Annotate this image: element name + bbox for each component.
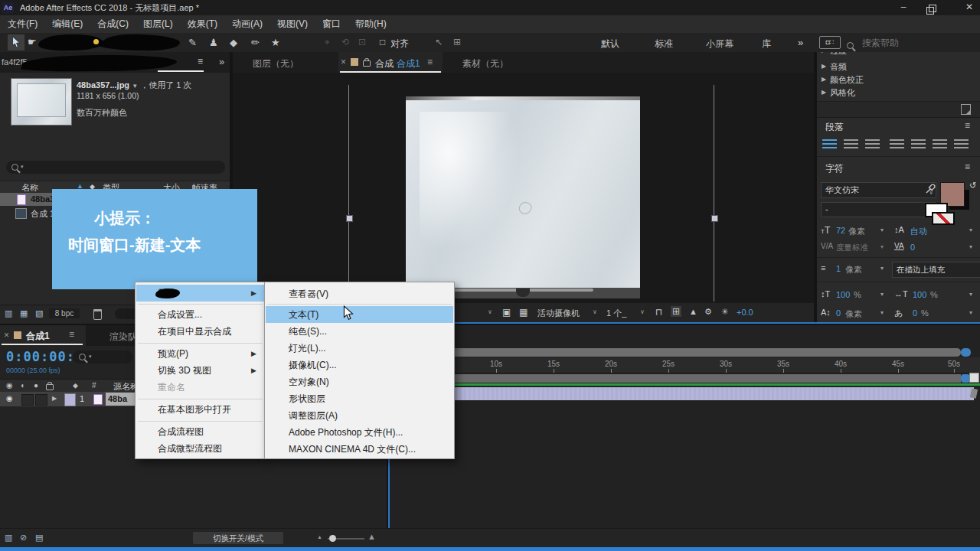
stroke-swatch-small[interactable] — [932, 212, 955, 225]
mask-expand-icon[interactable]: ⊞ — [453, 37, 461, 47]
horizontal-scale-value[interactable]: 100 — [913, 290, 926, 299]
toggle-switches-button[interactable]: 切换开关/模式 — [193, 532, 283, 544]
effects-cat-0[interactable]: 过渡 — [830, 52, 847, 57]
font-family-dropdown[interactable]: 华文仿宋∨ — [821, 182, 936, 198]
timeline-zoom-knob[interactable] — [329, 535, 336, 542]
project-search-field[interactable]: ▾ — [6, 161, 225, 174]
flowchart-icon[interactable]: ⚙ — [704, 307, 712, 317]
menu-edit[interactable]: 编辑(E) — [52, 18, 83, 31]
tab-composition[interactable]: × 合成 合成1 ≡ — [338, 52, 443, 73]
submenu-item-adjustment-layer[interactable]: 调整图层(A) — [266, 407, 453, 424]
effects-cat-3[interactable]: 风格化 — [830, 87, 855, 99]
tsume-caret[interactable]: ▾ — [969, 309, 972, 316]
font-size-caret[interactable]: ▾ — [880, 227, 884, 233]
submenu-item-cinema4d-file[interactable]: MAXON CINEMA 4D 文件(C)... — [266, 441, 453, 458]
menu-item-comp-flowchart[interactable]: 合成流程图 — [136, 423, 264, 440]
submenu-item-shape-layer[interactable]: 形状图层 — [266, 390, 453, 407]
workspace-libraries[interactable]: 库 — [762, 37, 771, 51]
camera-dropdown[interactable]: 活动摄像机 — [537, 308, 580, 319]
menu-file[interactable]: 文件(F) — [8, 18, 38, 31]
menu-composition[interactable]: 合成(C) — [97, 18, 129, 31]
layer-handle-right[interactable] — [711, 215, 718, 222]
zoom-in-mountain-icon[interactable]: ▲ — [368, 532, 376, 541]
exposure-value[interactable]: +0.0 — [737, 308, 753, 317]
menu-item-switch-3d-view[interactable]: 切换 3D 视图▶ — [136, 362, 264, 379]
frame-blending-icon[interactable]: ▥ — [5, 533, 12, 543]
clone-stamp-tool[interactable]: ♟ — [209, 37, 218, 48]
effects-cat-2[interactable]: 颜色校正 — [830, 74, 864, 86]
submenu-item-null-object[interactable]: 空对象(N) — [266, 373, 453, 390]
workspace-small-screen[interactable]: 小屏幕 — [706, 37, 733, 51]
close-button[interactable]: ✕ — [960, 2, 978, 14]
font-size-value[interactable]: 72 — [836, 226, 845, 235]
fill-rule-dropdown[interactable]: 在描边上填充∨ — [892, 262, 980, 278]
menu-item-reveal-in-project[interactable]: 在项目中显示合成 — [136, 323, 264, 340]
roto-brush-tool[interactable]: ✏ — [251, 37, 260, 48]
stroke-width-value[interactable]: 1 — [836, 264, 841, 273]
menu-item-preview[interactable]: 预览(P)▶ — [136, 345, 264, 362]
menu-window[interactable]: 窗口 — [322, 18, 341, 31]
tab-footage[interactable]: 素材（无） — [462, 57, 508, 70]
justify-all-button[interactable] — [954, 139, 969, 149]
transparency-grid-icon[interactable]: ▦ — [519, 307, 528, 318]
project-panel-menu-icon[interactable]: ≡ — [198, 56, 203, 67]
submenu-item-solid[interactable]: 纯色(S)... — [266, 323, 453, 340]
kerning-value[interactable]: 度量标准 — [836, 243, 868, 253]
align-right-button[interactable] — [865, 139, 880, 149]
layer-expand-icon[interactable]: ▶ — [52, 395, 57, 402]
eraser-tool[interactable]: ◆ — [230, 37, 237, 48]
baseline-shift-value[interactable]: 0 — [836, 308, 841, 318]
character-menu-icon[interactable]: ≡ — [965, 161, 970, 172]
puppet-pin-tool[interactable]: ★ — [271, 37, 280, 48]
exposure-reset-icon[interactable]: ✳ — [721, 307, 728, 317]
menu-item-comp-settings[interactable]: 合成设置... — [136, 306, 264, 323]
vertical-scale-caret[interactable]: ▾ — [880, 291, 884, 298]
workspace-default[interactable]: 默认 — [601, 37, 619, 51]
new-folder-icon[interactable]: ▦ — [20, 308, 28, 318]
menu-animation[interactable]: 动画(A) — [232, 18, 263, 31]
timeline-tab-menu-icon[interactable]: ≡ — [69, 329, 74, 340]
align-checkbox[interactable]: □ — [380, 37, 385, 47]
tracking-value[interactable]: 0 — [910, 243, 915, 252]
menu-item-comp-mini-flowchart[interactable]: 合成微型流程图 — [136, 440, 264, 457]
effects-cat-2-arrow-icon[interactable]: ▶ — [822, 76, 826, 83]
menu-item-open-in-essential-graphics[interactable]: 在基本图形中打开 — [136, 401, 264, 418]
menu-layer[interactable]: 图层(L) — [143, 18, 173, 31]
timeline-scroll-cap[interactable] — [961, 348, 971, 357]
column-name[interactable]: 名称 — [21, 182, 38, 194]
delete-item-icon[interactable] — [93, 309, 102, 320]
camera-dropdown-caret[interactable]: ∨ — [593, 308, 597, 315]
resolution-dropdown-caret[interactable]: ∨ — [488, 308, 492, 315]
workspace-switcher-icon[interactable]: ◘∷ — [819, 36, 841, 49]
leading-caret[interactable]: ▾ — [969, 227, 972, 233]
stroke-width-caret[interactable]: ▾ — [880, 265, 884, 272]
effects-cat-0-arrow-icon[interactable]: ▶ — [822, 52, 826, 54]
brush-tool[interactable]: ✎ — [188, 37, 197, 48]
font-style-dropdown[interactable]: -∨ — [821, 202, 936, 217]
graph-editor-icon[interactable]: ▤ — [35, 533, 43, 543]
tab-lock-icon[interactable] — [363, 60, 371, 67]
viewer-canvas[interactable] — [233, 73, 814, 303]
submenu-item-camera[interactable]: 摄像机(C)... — [266, 357, 453, 373]
timeline-tab-comp[interactable]: × 合成1 ≡ — [0, 325, 86, 346]
view-count-caret[interactable]: ∨ — [640, 308, 645, 315]
timeline-graph-icon[interactable]: ▲ — [689, 307, 697, 316]
tab-menu-icon[interactable]: ≡ — [427, 57, 433, 67]
menu-view[interactable]: 视图(V) — [277, 18, 308, 31]
footage-thumbnail[interactable] — [11, 78, 72, 126]
view-count-dropdown[interactable]: 1 个_ — [606, 308, 626, 319]
new-composition-icon[interactable]: ▧ — [35, 308, 43, 318]
layer-duration-bar[interactable] — [388, 387, 974, 400]
vertical-scale-value[interactable]: 100 — [836, 290, 850, 299]
kerning-caret[interactable]: ▾ — [880, 243, 884, 250]
effects-cat-3-arrow-icon[interactable]: ▶ — [822, 89, 826, 96]
layer-switch-box-2[interactable] — [35, 394, 47, 406]
help-search-input[interactable] — [861, 36, 977, 50]
paragraph-menu-icon[interactable]: ≡ — [965, 120, 970, 131]
layer-video-icon[interactable]: ◉ — [6, 394, 13, 403]
submenu-item-text[interactable]: 文本(T) — [266, 306, 453, 323]
hand-tool[interactable]: ☛ — [28, 36, 37, 47]
effects-cat-1-arrow-icon[interactable]: ▶ — [822, 63, 826, 70]
project-overflow-chevron[interactable]: » — [219, 56, 224, 67]
pixel-aspect-icon[interactable]: ⊓ — [655, 307, 662, 318]
